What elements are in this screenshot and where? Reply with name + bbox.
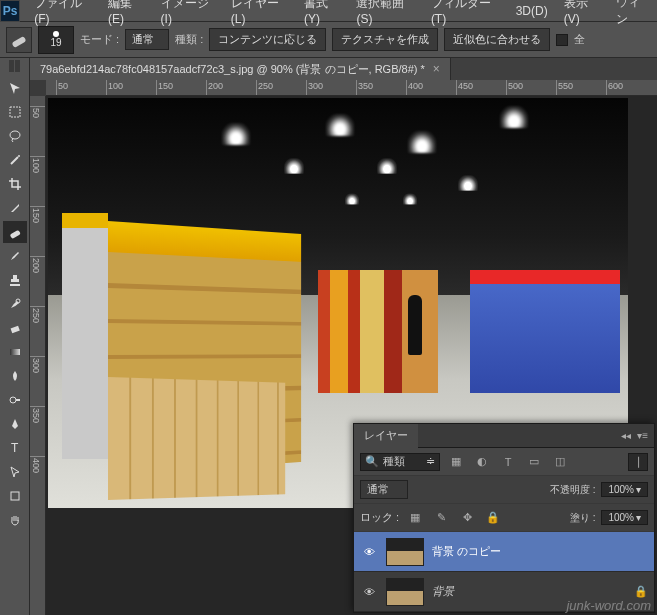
text-tool[interactable]: T [3, 437, 27, 459]
photo-lamp [345, 194, 359, 205]
chevron-down-icon: ▾ [636, 512, 641, 523]
current-tool-icon[interactable] [6, 27, 32, 53]
menu-type[interactable]: 書式(Y) [296, 0, 349, 26]
menu-image[interactable]: イメージ(I) [153, 0, 223, 26]
layer-row[interactable]: 👁 背景 🔒 [354, 572, 654, 612]
visibility-toggle[interactable]: 👁 [360, 546, 378, 558]
history-brush-tool[interactable] [3, 293, 27, 315]
menu-select[interactable]: 選択範囲(S) [348, 0, 422, 26]
photo-lamp [284, 159, 304, 174]
lock-fill-row: ロック : ▦ ✎ ✥ 🔒 塗り : 100%▾ [354, 504, 654, 532]
photo-counter [470, 270, 620, 393]
mode-label: モード : [80, 32, 119, 47]
menu-window[interactable]: ウィン [608, 0, 657, 28]
filter-adjust-icon[interactable]: ◐ [472, 453, 492, 471]
menu-edit[interactable]: 編集(E) [100, 0, 153, 26]
brush-tool[interactable] [3, 245, 27, 267]
dodge-tool[interactable] [3, 389, 27, 411]
photo-lamp [500, 106, 528, 128]
filter-text-icon[interactable]: T [498, 453, 518, 471]
menu-view[interactable]: 表示(V) [556, 0, 609, 26]
lock-all-icon[interactable]: 🔒 [483, 509, 503, 527]
canvas-wrap: 50100150200250300350400 [30, 96, 657, 615]
panel-tab-layers[interactable]: レイヤー [354, 424, 418, 448]
filter-pixel-icon[interactable]: ▦ [446, 453, 466, 471]
canvas-area[interactable]: レイヤー ◂◂ ▾≡ 🔍 種類 ≑ ▦ ◐ [46, 96, 657, 615]
lock-position-icon[interactable]: ✥ [457, 509, 477, 527]
svg-rect-10 [11, 492, 19, 500]
filter-shape-icon[interactable]: ▭ [524, 453, 544, 471]
photo-boxes [108, 377, 285, 500]
menu-file[interactable]: ファイル(F) [26, 0, 100, 26]
ruler-horizontal[interactable]: 50100150200250300350400450500550600 [46, 80, 657, 96]
panel-menu-icon[interactable]: ▾≡ [637, 430, 648, 441]
mode-dropdown[interactable]: 通常 [125, 29, 169, 50]
path-select-tool[interactable] [3, 461, 27, 483]
content-aware-button[interactable]: コンテンツに応じる [209, 28, 326, 51]
lasso-tool[interactable] [3, 125, 27, 147]
panel-collapse-icon[interactable]: ◂◂ [621, 430, 631, 441]
ruler-vertical[interactable]: 50100150200250300350400 [30, 96, 46, 615]
document-tab[interactable]: 79a6ebfd214ac78fc048157aadcf72c3_s.jpg @… [30, 58, 451, 80]
blend-opacity-row: 通常 不透明度 : 100%▾ [354, 476, 654, 504]
work-area: 79a6ebfd214ac78fc048157aadcf72c3_s.jpg @… [30, 58, 657, 615]
healing-brush-tool[interactable] [3, 221, 27, 243]
marquee-tool[interactable] [3, 101, 27, 123]
close-icon[interactable]: × [433, 62, 440, 76]
blend-mode-dropdown[interactable]: 通常 [360, 480, 408, 499]
eyedropper-tool[interactable] [3, 197, 27, 219]
opacity-value[interactable]: 100%▾ [601, 482, 648, 497]
search-icon: 🔍 [365, 455, 379, 468]
svg-rect-6 [10, 326, 19, 333]
svg-point-8 [10, 397, 16, 403]
brush-size-value: 19 [50, 37, 61, 48]
fill-value[interactable]: 100%▾ [601, 510, 648, 525]
menu-layer[interactable]: レイヤー(L) [223, 0, 296, 26]
healing-brush-icon [10, 31, 28, 49]
filter-smart-icon[interactable]: ◫ [550, 453, 570, 471]
pen-tool[interactable] [3, 413, 27, 435]
stamp-tool[interactable] [3, 269, 27, 291]
magic-wand-tool[interactable] [3, 149, 27, 171]
options-bar: 19 モード : 通常 種類 : コンテンツに応じる テクスチャを作成 近似色に… [0, 22, 657, 58]
gradient-tool[interactable] [3, 341, 27, 363]
photo-shelf-side [62, 213, 108, 459]
layer-thumbnail[interactable] [386, 538, 424, 566]
svg-rect-0 [11, 35, 26, 47]
document-tab-title: 79a6ebfd214ac78fc048157aadcf72c3_s.jpg @… [40, 62, 425, 77]
menu-3d[interactable]: 3D(D) [508, 4, 556, 18]
toolbox: T [0, 58, 30, 615]
sample-all-checkbox[interactable] [556, 34, 568, 46]
layer-filter-type[interactable]: 🔍 種類 ≑ [360, 453, 440, 471]
app-logo: Ps [0, 0, 20, 22]
svg-point-2 [10, 131, 20, 139]
opacity-label: 不透明度 : [550, 483, 596, 497]
layer-row[interactable]: 👁 背景 のコピー [354, 532, 654, 572]
create-texture-button[interactable]: テクスチャを作成 [332, 28, 438, 51]
toolbox-grip[interactable] [9, 60, 21, 74]
hand-tool[interactable] [3, 509, 27, 531]
photo-lamp [403, 194, 417, 205]
layer-name[interactable]: 背景 のコピー [432, 544, 501, 559]
layer-thumbnail[interactable] [386, 578, 424, 606]
panel-tab-bar: レイヤー ◂◂ ▾≡ [354, 424, 654, 448]
layer-name[interactable]: 背景 [432, 584, 454, 599]
lock-transparency-icon[interactable]: ▦ [405, 509, 425, 527]
photo-person [408, 295, 422, 355]
photo-lamp [408, 131, 436, 153]
document-tab-bar: 79a6ebfd214ac78fc048157aadcf72c3_s.jpg @… [30, 58, 657, 80]
photo-lamp [326, 114, 354, 136]
crop-tool[interactable] [3, 173, 27, 195]
shape-tool[interactable] [3, 485, 27, 507]
photo-lamp [458, 175, 478, 190]
proximity-match-button[interactable]: 近似色に合わせる [444, 28, 550, 51]
eraser-tool[interactable] [3, 317, 27, 339]
filter-toggle[interactable]: ❘ [628, 453, 648, 471]
brush-preset-picker[interactable]: 19 [38, 26, 74, 54]
lock-image-icon[interactable]: ✎ [431, 509, 451, 527]
lock-icon: 🔒 [634, 585, 648, 598]
visibility-toggle[interactable]: 👁 [360, 586, 378, 598]
move-tool[interactable] [3, 77, 27, 99]
blur-tool[interactable] [3, 365, 27, 387]
menu-filter[interactable]: フィルター(T) [423, 0, 508, 26]
